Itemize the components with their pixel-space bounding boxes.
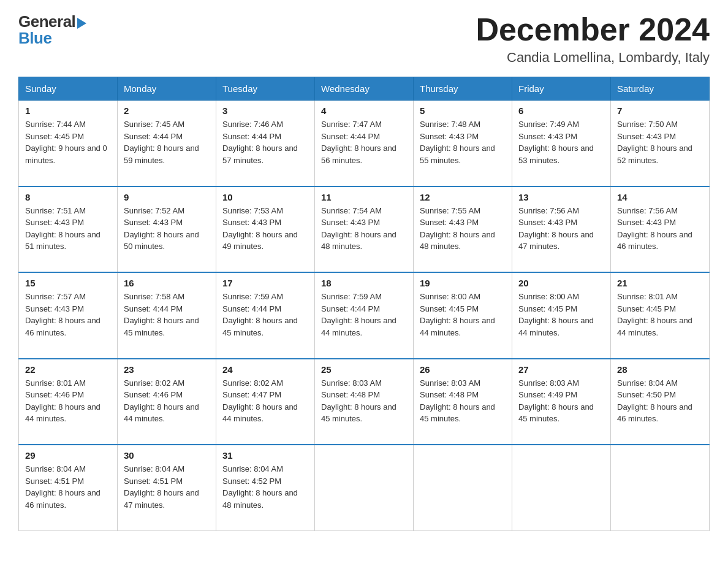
calendar-cell: 12 Sunrise: 7:55 AM Sunset: 4:43 PM Dayl… (414, 186, 512, 273)
day-info: Sunrise: 7:53 AM Sunset: 4:43 PM Dayligh… (222, 205, 308, 265)
calendar-cell: 10 Sunrise: 7:53 AM Sunset: 4:43 PM Dayl… (216, 186, 315, 273)
day-number: 21 (617, 278, 703, 288)
calendar-cell: 8 Sunrise: 7:51 AM Sunset: 4:43 PM Dayli… (19, 186, 118, 273)
day-number: 27 (518, 364, 604, 375)
day-number: 30 (124, 450, 210, 461)
day-number: 14 (617, 192, 703, 202)
logo-triangle-icon (77, 18, 86, 29)
day-info: Sunrise: 7:55 AM Sunset: 4:43 PM Dayligh… (420, 205, 506, 265)
calendar-cell: 30 Sunrise: 8:04 AM Sunset: 4:51 PM Dayl… (118, 445, 216, 530)
calendar-cell: 18 Sunrise: 7:59 AM Sunset: 4:44 PM Dayl… (315, 272, 414, 359)
day-info: Sunrise: 7:57 AM Sunset: 4:43 PM Dayligh… (25, 291, 111, 351)
day-info: Sunrise: 7:58 AM Sunset: 4:44 PM Dayligh… (124, 291, 210, 351)
day-number: 18 (321, 278, 407, 288)
day-info: Sunrise: 7:52 AM Sunset: 4:43 PM Dayligh… (124, 205, 210, 265)
calendar-cell: 17 Sunrise: 7:59 AM Sunset: 4:44 PM Dayl… (216, 272, 315, 359)
calendar-cell: 15 Sunrise: 7:57 AM Sunset: 4:43 PM Dayl… (19, 272, 118, 359)
day-info: Sunrise: 7:48 AM Sunset: 4:43 PM Dayligh… (420, 118, 506, 178)
calendar-header-row: SundayMondayTuesdayWednesdayThursdayFrid… (19, 77, 710, 101)
day-info: Sunrise: 7:51 AM Sunset: 4:43 PM Dayligh… (25, 205, 111, 265)
calendar-cell: 11 Sunrise: 7:54 AM Sunset: 4:43 PM Dayl… (315, 186, 414, 273)
day-number: 12 (420, 192, 506, 202)
calendar-week-row: 8 Sunrise: 7:51 AM Sunset: 4:43 PM Dayli… (19, 186, 710, 273)
location-text: Candia Lomellina, Lombardy, Italy (476, 50, 710, 66)
calendar-week-row: 1 Sunrise: 7:44 AM Sunset: 4:45 PM Dayli… (19, 101, 710, 186)
day-number: 20 (518, 278, 604, 288)
day-number: 13 (518, 192, 604, 202)
calendar-cell: 14 Sunrise: 7:56 AM Sunset: 4:43 PM Dayl… (611, 186, 710, 273)
calendar-cell (315, 445, 414, 530)
day-number: 9 (124, 192, 210, 202)
calendar-header-friday: Friday (512, 77, 611, 101)
calendar-cell (611, 445, 710, 530)
day-info: Sunrise: 7:56 AM Sunset: 4:43 PM Dayligh… (617, 205, 703, 265)
day-number: 3 (222, 105, 308, 116)
title-section: December 2024 Candia Lomellina, Lombardy… (476, 12, 710, 66)
day-info: Sunrise: 8:00 AM Sunset: 4:45 PM Dayligh… (420, 291, 506, 351)
day-info: Sunrise: 8:03 AM Sunset: 4:48 PM Dayligh… (321, 377, 407, 437)
calendar-cell: 16 Sunrise: 7:58 AM Sunset: 4:44 PM Dayl… (118, 272, 216, 359)
day-number: 1 (25, 105, 111, 116)
calendar-cell: 31 Sunrise: 8:04 AM Sunset: 4:52 PM Dayl… (216, 445, 315, 530)
day-info: Sunrise: 8:00 AM Sunset: 4:45 PM Dayligh… (518, 291, 604, 351)
page-header: General Blue December 2024 Candia Lomell… (18, 12, 710, 66)
calendar-cell: 3 Sunrise: 7:46 AM Sunset: 4:44 PM Dayli… (216, 101, 315, 186)
calendar-cell: 19 Sunrise: 8:00 AM Sunset: 4:45 PM Dayl… (414, 272, 512, 359)
calendar-cell: 7 Sunrise: 7:50 AM Sunset: 4:43 PM Dayli… (611, 101, 710, 186)
calendar-header-thursday: Thursday (414, 77, 512, 101)
day-info: Sunrise: 8:02 AM Sunset: 4:47 PM Dayligh… (222, 377, 308, 437)
calendar-cell: 28 Sunrise: 8:04 AM Sunset: 4:50 PM Dayl… (611, 359, 710, 445)
calendar-table: SundayMondayTuesdayWednesdayThursdayFrid… (18, 77, 710, 531)
calendar-week-row: 22 Sunrise: 8:01 AM Sunset: 4:46 PM Dayl… (19, 359, 710, 445)
calendar-cell: 27 Sunrise: 8:03 AM Sunset: 4:49 PM Dayl… (512, 359, 611, 445)
month-title: December 2024 (476, 12, 710, 47)
day-info: Sunrise: 8:04 AM Sunset: 4:51 PM Dayligh… (25, 463, 111, 523)
day-info: Sunrise: 7:56 AM Sunset: 4:43 PM Dayligh… (518, 205, 604, 265)
calendar-week-row: 15 Sunrise: 7:57 AM Sunset: 4:43 PM Dayl… (19, 272, 710, 359)
day-number: 25 (321, 364, 407, 375)
day-number: 31 (222, 450, 308, 461)
calendar-cell (414, 445, 512, 530)
day-number: 22 (25, 364, 111, 375)
day-number: 11 (321, 192, 407, 202)
day-info: Sunrise: 8:04 AM Sunset: 4:51 PM Dayligh… (124, 463, 210, 523)
day-info: Sunrise: 8:02 AM Sunset: 4:46 PM Dayligh… (124, 377, 210, 437)
day-number: 4 (321, 105, 407, 116)
calendar-cell: 22 Sunrise: 8:01 AM Sunset: 4:46 PM Dayl… (19, 359, 118, 445)
calendar-cell: 29 Sunrise: 8:04 AM Sunset: 4:51 PM Dayl… (19, 445, 118, 530)
day-info: Sunrise: 8:04 AM Sunset: 4:50 PM Dayligh… (617, 377, 703, 437)
calendar-header-monday: Monday (118, 77, 216, 101)
day-info: Sunrise: 7:47 AM Sunset: 4:44 PM Dayligh… (321, 118, 407, 178)
day-number: 6 (518, 105, 604, 116)
day-info: Sunrise: 7:59 AM Sunset: 4:44 PM Dayligh… (222, 291, 308, 351)
calendar-cell: 4 Sunrise: 7:47 AM Sunset: 4:44 PM Dayli… (315, 101, 414, 186)
calendar-cell: 23 Sunrise: 8:02 AM Sunset: 4:46 PM Dayl… (118, 359, 216, 445)
day-number: 15 (25, 278, 111, 288)
day-info: Sunrise: 7:49 AM Sunset: 4:43 PM Dayligh… (518, 118, 604, 178)
calendar-header-sunday: Sunday (19, 77, 118, 101)
day-info: Sunrise: 7:50 AM Sunset: 4:43 PM Dayligh… (617, 118, 703, 178)
day-number: 5 (420, 105, 506, 116)
calendar-cell: 9 Sunrise: 7:52 AM Sunset: 4:43 PM Dayli… (118, 186, 216, 273)
calendar-header-tuesday: Tuesday (216, 77, 315, 101)
day-number: 7 (617, 105, 703, 116)
day-number: 17 (222, 278, 308, 288)
calendar-header-wednesday: Wednesday (315, 77, 414, 101)
calendar-week-row: 29 Sunrise: 8:04 AM Sunset: 4:51 PM Dayl… (19, 445, 710, 530)
day-info: Sunrise: 8:01 AM Sunset: 4:45 PM Dayligh… (617, 291, 703, 351)
day-number: 29 (25, 450, 111, 461)
day-number: 23 (124, 364, 210, 375)
calendar-cell: 1 Sunrise: 7:44 AM Sunset: 4:45 PM Dayli… (19, 101, 118, 186)
calendar-cell (512, 445, 611, 530)
day-number: 24 (222, 364, 308, 375)
day-info: Sunrise: 7:44 AM Sunset: 4:45 PM Dayligh… (25, 118, 111, 178)
day-info: Sunrise: 7:46 AM Sunset: 4:44 PM Dayligh… (222, 118, 308, 178)
day-info: Sunrise: 7:54 AM Sunset: 4:43 PM Dayligh… (321, 205, 407, 265)
calendar-cell: 25 Sunrise: 8:03 AM Sunset: 4:48 PM Dayl… (315, 359, 414, 445)
day-info: Sunrise: 8:03 AM Sunset: 4:48 PM Dayligh… (420, 377, 506, 437)
day-info: Sunrise: 8:03 AM Sunset: 4:49 PM Dayligh… (518, 377, 604, 437)
day-number: 10 (222, 192, 308, 202)
calendar-header-saturday: Saturday (611, 77, 710, 101)
day-number: 8 (25, 192, 111, 202)
calendar-cell: 21 Sunrise: 8:01 AM Sunset: 4:45 PM Dayl… (611, 272, 710, 359)
